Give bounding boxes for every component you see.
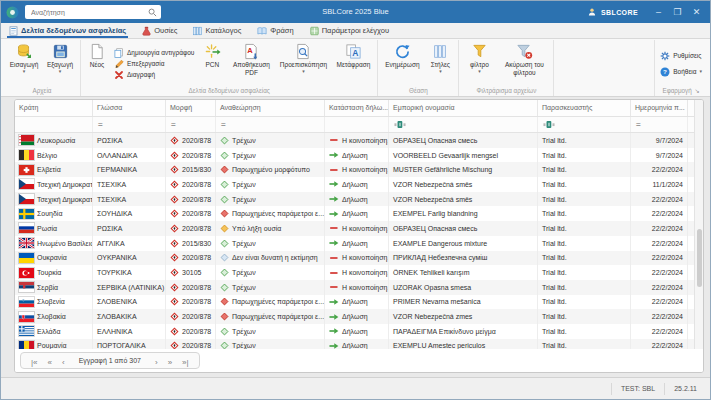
duplicate-button[interactable]: Δημιουργία αντιγράφου <box>114 48 194 58</box>
revision-status-ok-icon <box>220 268 229 277</box>
pcn-button[interactable]: PCN <box>197 40 227 87</box>
table-row[interactable]: ΒέλγιοΟΛΛΑΝΔΙΚΑ2020/878ΤρέχωνΔήλωσηVOORB… <box>15 148 694 163</box>
table-row[interactable]: ΛευκορωσίαΡΩΣΙΚΑ2020/878ΤρέχωνΗ κοινοποί… <box>15 133 694 148</box>
table-row[interactable]: ΟυκρανίαΟΥΚΡΑΝΙΚΑ2020/878Δεν είναι δυνατ… <box>15 251 694 266</box>
column-header-revision[interactable]: Αναθεώρηση <box>216 100 325 116</box>
manufacturer-label: Trial ltd. <box>542 225 567 232</box>
prev-record-button[interactable]: ‹ <box>57 358 70 367</box>
format-label: 2020/878 <box>182 152 211 159</box>
columns-button[interactable]: Στήλες▾ <box>424 40 456 87</box>
prev-page-button[interactable]: « <box>43 358 57 367</box>
flag-rs-icon <box>19 282 34 292</box>
new-button[interactable]: Νέος <box>83 40 111 87</box>
flag-se-icon <box>19 209 34 219</box>
equals-filter-icon[interactable]: = <box>171 120 176 129</box>
import-button[interactable]: Εισαγωγή▾ <box>6 40 42 87</box>
save-pdf-button[interactable]: AΑποθήκευσηPDF <box>227 40 275 87</box>
column-header-manufacturer[interactable]: Παρασκευαστής <box>538 100 631 116</box>
tab-label: Κατάλογος <box>205 26 241 35</box>
tab-substances[interactable]: Ουσίες <box>142 23 177 38</box>
search-icon[interactable] <box>148 8 157 17</box>
filter-cell-manufacturer[interactable] <box>538 117 631 132</box>
filter-button-label: φίλτρο▾ <box>470 61 489 74</box>
table-row[interactable]: ΣλοβενίαΣΛΟΒΕΝΙΚΑ2020/878Παρωχημένες παρ… <box>15 295 694 310</box>
cell-format: 2020/878 <box>166 133 216 148</box>
sds-grid-panel: ΚράτηΓλώσσαΜορφήΑναθεώρησηΚατάσταση δήλω… <box>14 99 704 373</box>
declaration-status-label: Η κοινοποίηση... <box>342 284 389 291</box>
tab-phrase[interactable]: Φράση <box>257 23 293 38</box>
settings-button[interactable]: Ρυθμίσεις <box>660 51 702 61</box>
column-header-trade-name[interactable]: Εμπορική ονομασία <box>389 100 538 116</box>
filter-cell-declaration-status[interactable] <box>325 117 389 132</box>
last-record-button[interactable]: »| <box>177 358 194 367</box>
filter-cell-language[interactable]: = <box>93 117 166 132</box>
filter-cell-trade-name[interactable] <box>389 117 538 132</box>
revision-label: Τρέχων <box>232 328 256 335</box>
filter-cell-country[interactable] <box>15 117 93 132</box>
equals-filter-icon[interactable]: = <box>221 120 226 129</box>
column-header-country[interactable]: Κράτη <box>15 100 93 116</box>
save-pdf-button-label: ΑποθήκευσηPDF <box>233 61 270 77</box>
table-row[interactable]: Ηνωμένο ΒασίλειοΑΓΓΛΙΚΑ2015/830ΤρέχωνΔήλ… <box>15 236 694 251</box>
first-record-button[interactable]: |« <box>26 358 43 367</box>
filter-cell-revision[interactable]: = <box>216 117 325 132</box>
flag-ua-icon <box>19 253 34 263</box>
maximize-button[interactable]: ❐ <box>669 4 686 20</box>
ribbon-group-label-view: Θέαση <box>380 87 456 96</box>
sds-document-icon <box>9 26 18 36</box>
flag-si-icon <box>19 297 34 307</box>
dialog-launcher-icon[interactable]: ↘ <box>695 87 700 94</box>
tab-catalog[interactable]: Κατάλογος <box>193 23 241 38</box>
filter-cell-date[interactable]: = <box>631 117 688 132</box>
preview-button[interactable]: Προεπισκόπηση▾ <box>275 40 331 87</box>
column-header-language[interactable]: Γλώσσα <box>93 100 166 116</box>
search-input[interactable] <box>29 8 148 17</box>
table-row[interactable]: ΣλοβακίαΣΛΟΒΑΚΙΚΑ2020/878Παρωχημένες παρ… <box>15 309 694 324</box>
edit-button[interactable]: Επεξεργασία <box>114 59 194 69</box>
ribbon-group-label-files: Αρχεία <box>6 87 78 96</box>
table-row[interactable]: ΕλλάδαΕΛΛΗΝΙΚΑ2020/878ΤρέχωνΔήλωσηΠΑΡΑΔΕ… <box>15 324 694 339</box>
table-row[interactable]: ΡωσίαΡΩΣΙΚΑ2020/878Υπό λήξη ουσίαΗ κοινο… <box>15 221 694 236</box>
equals-filter-icon[interactable]: = <box>636 120 641 129</box>
scrollbar-thumb[interactable] <box>697 229 702 287</box>
filter-button[interactable]: φίλτρο▾ <box>461 40 497 87</box>
refresh-button[interactable]: Ενημέρωση <box>380 40 424 87</box>
equals-filter-icon[interactable]: = <box>98 120 103 129</box>
tab-sds[interactable]: Δελτία δεδομένων ασφαλείας <box>9 23 126 38</box>
table-row[interactable]: ΣερβίαΣΕΡΒΙΚΑ (ΛΑΤΙΝΙΚΑ)2020/878ΤρέχωνΗ … <box>15 280 694 295</box>
account-button[interactable]: SBLCORE <box>577 7 648 17</box>
column-header-declaration-status[interactable]: Κατάσταση δήλω... <box>325 100 389 116</box>
phrase-icon <box>257 26 267 36</box>
cancel-filter-button[interactable]: Ακύρωση τουφίλτρου <box>497 40 551 87</box>
next-record-button[interactable]: › <box>150 358 163 367</box>
tab-control-parameters[interactable]: Παράμετροι ελέγχου <box>310 23 389 38</box>
filter-cell-format[interactable]: = <box>166 117 216 132</box>
cell-manufacturer: Trial ltd. <box>538 324 631 339</box>
delete-button[interactable]: Διαγραφή <box>114 70 194 80</box>
table-row[interactable]: Τσεχική ΔημοκρατίαΤΣΕΧΙΚΑ2020/878ΤρέχωνΔ… <box>15 192 694 207</box>
vertical-scrollbar[interactable] <box>694 100 703 349</box>
search-box[interactable] <box>25 5 161 19</box>
cell-manufacturer: Trial ltd. <box>538 309 631 324</box>
close-button[interactable]: ✕ <box>688 4 705 20</box>
cell-language: ΑΓΓΛΙΚΑ <box>93 236 166 251</box>
table-row[interactable]: ΤουρκίαΤΟΥΡΚΙΚΑ30105ΤρέχωνΗ κοινοποίηση.… <box>15 265 694 280</box>
translate-button[interactable]: AΜετάφραση <box>331 40 375 87</box>
column-header-date[interactable]: Ημερομηνία π... <box>631 100 688 116</box>
language-label: ΡΩΣΙΚΑ <box>97 225 123 232</box>
cell-format: 2020/878 <box>166 295 216 310</box>
help-button[interactable]: ?Βοήθεια▾ <box>660 67 702 77</box>
revision-label: Παρωχημένες παράμετροι ε... <box>232 210 324 217</box>
table-row[interactable]: ΕλβετίαΓΕΡΜΑΝΙΚΑ2015/830Παρωχημένο μορφό… <box>15 162 694 177</box>
cell-manufacturer: Trial ltd. <box>538 251 631 266</box>
database-icon <box>16 43 33 60</box>
column-header-format[interactable]: Μορφή <box>166 100 216 116</box>
next-page-button[interactable]: » <box>163 358 177 367</box>
ghs-pictogram-icon <box>170 268 179 277</box>
export-button[interactable]: Εξαγωγή▾ <box>42 40 78 87</box>
cell-trade-name: VZOR Nebezpečná zmes <box>389 309 538 324</box>
table-row[interactable]: Τσεχική ΔημοκρατίαΤΣΕΧΙΚΑ2020/878ΤρέχωνΔ… <box>15 177 694 192</box>
table-row[interactable]: ΣουηδίαΣΟΥΗΔΙΚΑ2020/878Παρωχημένες παράμ… <box>15 206 694 221</box>
minimize-button[interactable]: – <box>650 4 667 20</box>
cell-revision: Τρέχων <box>216 280 325 295</box>
